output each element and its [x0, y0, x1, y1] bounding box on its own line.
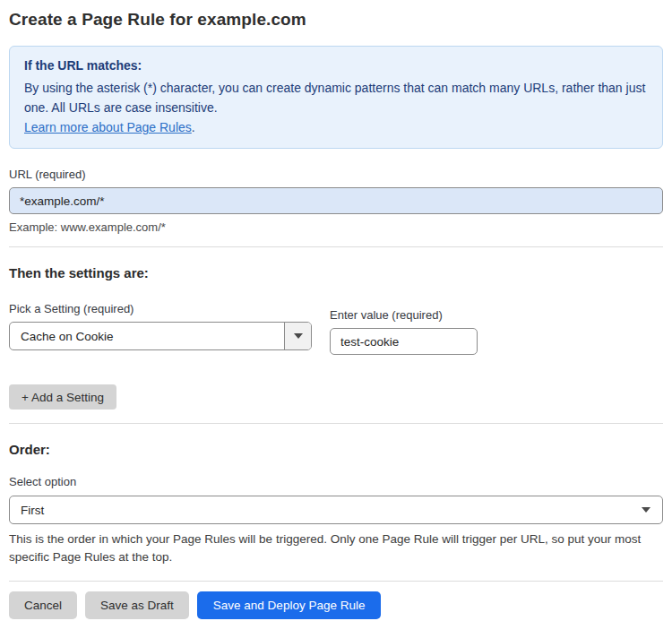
cancel-button[interactable]: Cancel — [9, 591, 77, 619]
info-box-body: By using the asterisk (*) character, you… — [24, 78, 648, 117]
setting-select-value: Cache on Cookie — [10, 330, 284, 343]
order-section-heading: Order: — [9, 442, 663, 457]
divider — [9, 423, 663, 424]
form-actions: Cancel Save as Draft Save and Deploy Pag… — [9, 591, 663, 619]
save-as-draft-button[interactable]: Save as Draft — [85, 591, 189, 619]
order-select-label: Select option — [9, 475, 663, 489]
info-box-heading: If the URL matches: — [24, 56, 648, 75]
page-rule-form: Create a Page Rule for example.com If th… — [0, 0, 672, 619]
order-help-text: This is the order in which your Page Rul… — [9, 530, 658, 566]
url-example-text: Example: www.example.com/* — [9, 220, 663, 234]
order-select-value: First — [10, 504, 642, 517]
settings-section-heading: Then the settings are: — [9, 265, 663, 280]
chevron-down-icon — [294, 333, 303, 339]
setting-select-arrow-button[interactable] — [284, 323, 311, 349]
divider — [9, 246, 663, 247]
order-select[interactable]: First — [9, 496, 663, 524]
url-field-label: URL (required) — [9, 168, 663, 182]
page-title: Create a Page Rule for example.com — [9, 0, 663, 30]
setting-picker-label: Pick a Setting (required) — [9, 302, 312, 316]
settings-row: Pick a Setting (required) Cache on Cooki… — [9, 302, 663, 355]
url-input[interactable] — [9, 187, 663, 214]
setting-select[interactable]: Cache on Cookie — [9, 322, 312, 350]
setting-picker-column: Pick a Setting (required) Cache on Cooki… — [9, 302, 312, 350]
save-and-deploy-button[interactable]: Save and Deploy Page Rule — [197, 591, 382, 619]
add-setting-button[interactable]: + Add a Setting — [9, 384, 116, 410]
setting-value-label: Enter value (required) — [330, 308, 478, 323]
setting-value-column: Enter value (required) — [330, 308, 478, 355]
learn-more-link[interactable]: Learn more about Page Rules — [24, 120, 192, 134]
setting-value-input[interactable] — [330, 328, 478, 355]
url-match-info-box: If the URL matches: By using the asteris… — [9, 46, 663, 149]
divider — [9, 581, 663, 582]
chevron-down-icon — [642, 507, 662, 513]
info-box-link-line: Learn more about Page Rules. — [24, 117, 648, 137]
link-suffix: . — [192, 120, 195, 134]
